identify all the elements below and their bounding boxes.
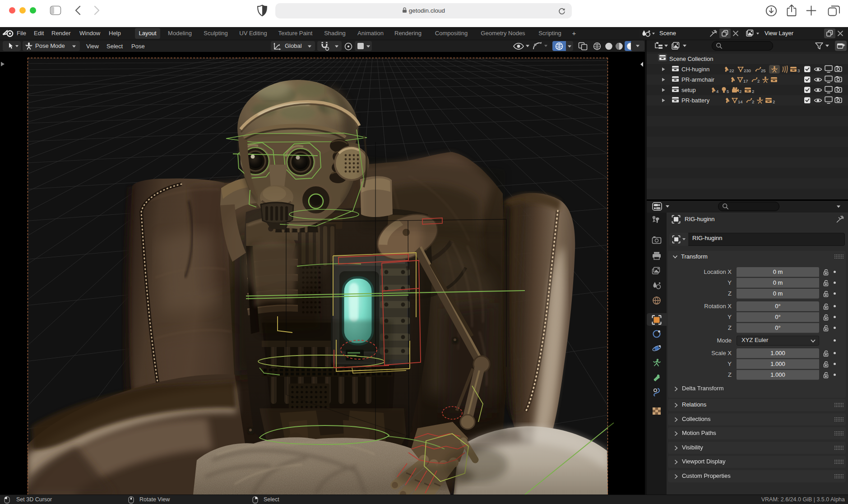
svg-text:17: 17 — [743, 79, 748, 83]
svg-text:2: 2 — [757, 79, 760, 83]
svg-text:2: 2 — [752, 99, 754, 104]
svg-text:230: 230 — [744, 68, 751, 73]
svg-text:4: 4 — [716, 89, 718, 94]
svg-text:3: 3 — [797, 68, 800, 73]
svg-text:2: 2 — [773, 99, 775, 104]
svg-text:14: 14 — [738, 99, 743, 104]
svg-text:2: 2 — [739, 89, 741, 94]
svg-text:2: 2 — [752, 89, 754, 94]
svg-text:5: 5 — [727, 89, 729, 94]
svg-text:25: 25 — [761, 68, 766, 73]
svg-text:22: 22 — [729, 68, 734, 73]
